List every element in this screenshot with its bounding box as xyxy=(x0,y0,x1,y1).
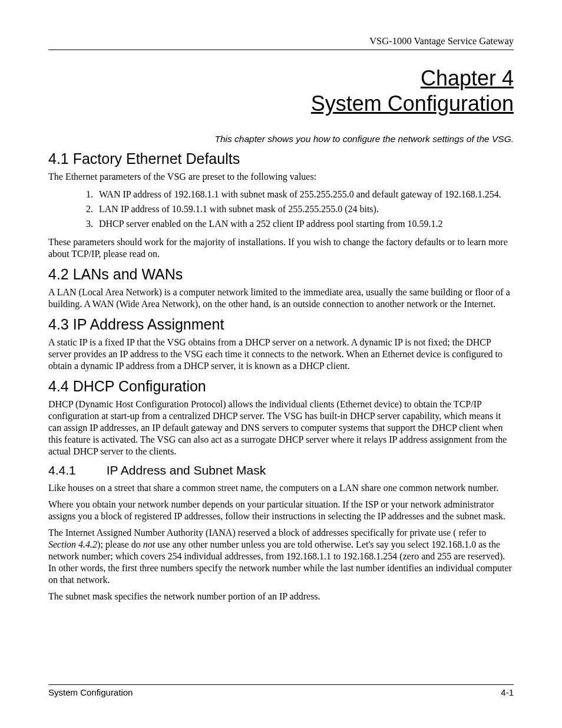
section-4-3-body: A static IP is a fixed IP that the VSG o… xyxy=(48,337,514,372)
list-item: DHCP server enabled on the LAN with a 25… xyxy=(95,217,514,232)
list-item: WAN IP address of 192.168.1.1 with subne… xyxy=(95,187,514,202)
section-4-2-heading: 4.2 LANs and WANs xyxy=(48,266,514,283)
section-4-4-1-p4: The subnet mask specifies the network nu… xyxy=(48,591,514,602)
section-4-2-body: A LAN (Local Area Network) is a computer… xyxy=(48,286,514,310)
section-4-3-heading: 4.3 IP Address Assignment xyxy=(48,316,514,333)
chapter-line2: System Configuration xyxy=(311,91,514,116)
section-4-1-outro: These parameters should work for the maj… xyxy=(48,236,514,260)
emphasis-not: not xyxy=(143,539,155,549)
section-4-4-1-heading: 4.4.1IP Address and Subnet Mask xyxy=(48,463,514,477)
running-header: VSG-1000 Vantage Service Gateway xyxy=(48,35,514,50)
section-4-4-1-p2: Where you obtain your network number dep… xyxy=(48,499,514,522)
page: VSG-1000 Vantage Service Gateway Chapter… xyxy=(0,0,562,728)
section-4-1-list: WAN IP address of 192.168.1.1 with subne… xyxy=(48,187,514,231)
chapter-title: Chapter 4 System Configuration xyxy=(48,65,514,116)
section-4-1-heading: 4.1 Factory Ethernet Defaults xyxy=(48,150,514,167)
section-4-4-heading: 4.4 DHCP Configuration xyxy=(48,378,514,395)
section-4-4-1-p3: The Internet Assigned Number Authority (… xyxy=(48,527,514,586)
footer-right: 4-1 xyxy=(501,687,514,697)
chapter-subtitle: This chapter shows you how to configure … xyxy=(48,134,514,144)
subsection-number: 4.4.1 xyxy=(48,463,76,477)
footer-left: System Configuration xyxy=(48,687,133,697)
chapter-line1: Chapter 4 xyxy=(421,66,514,90)
section-4-1-intro: The Ethernet parameters of the VSG are p… xyxy=(48,171,514,183)
subsection-title: IP Address and Subnet Mask xyxy=(107,463,266,477)
section-4-4-body: DHCP (Dynamic Host Configuration Protoco… xyxy=(48,398,514,457)
page-footer: System Configuration 4-1 xyxy=(48,684,514,697)
section-ref: Section 4.4.2 xyxy=(48,539,97,549)
list-item: LAN IP address of 10.59.1.1 with subnet … xyxy=(95,202,514,217)
section-4-4-1-p1: Like houses on a street that share a com… xyxy=(48,482,514,494)
header-product: VSG-1000 Vantage Service Gateway xyxy=(369,35,514,47)
